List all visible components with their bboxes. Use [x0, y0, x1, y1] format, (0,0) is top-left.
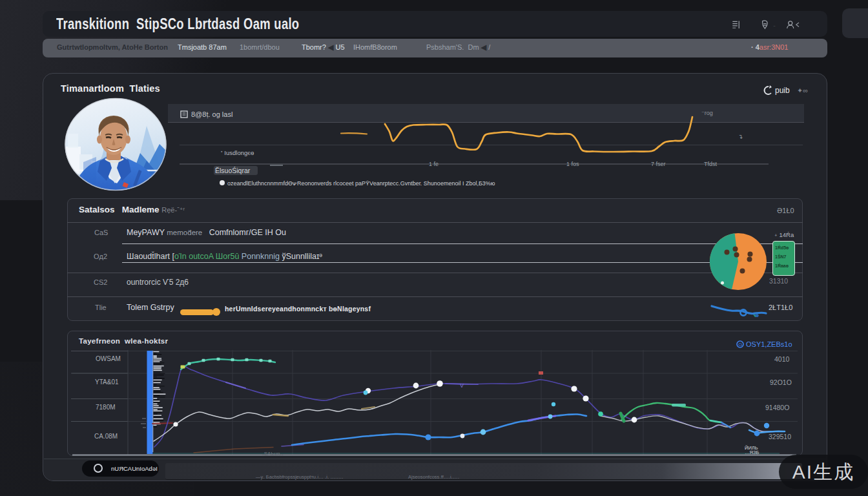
svg-text:✦∞: ✦∞: [797, 87, 808, 94]
svg-text:puib: puib: [775, 86, 790, 95]
svg-text:..: ..: [774, 23, 776, 27]
svg-text:V: V: [460, 382, 464, 389]
